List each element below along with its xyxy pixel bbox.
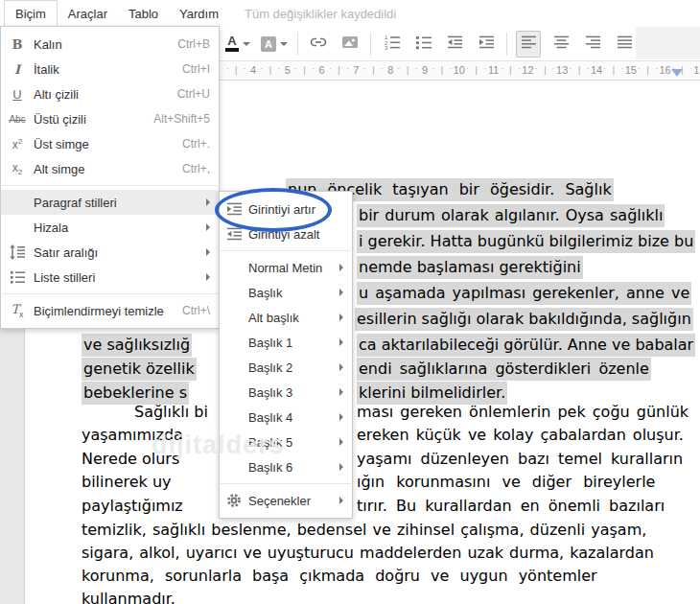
document-text-line[interactable]: esillerin sağlığı olarak bakıldığında, s… (355, 308, 693, 331)
document-text-line[interactable]: temizlik, sağlıklı beslenme, bedensel ve… (82, 521, 646, 539)
document-text-line[interactable]: endi sağlıklarına gösterdikleri özenle (357, 358, 651, 381)
document-text-line[interactable]: klerini bilmelidirler. (357, 382, 507, 405)
menu-item-underline[interactable]: UAltı çiziliCtrl+U (1, 81, 219, 106)
menu-item-list-styles[interactable]: Liste stilleri (1, 265, 219, 290)
submenu-arrow-icon (339, 264, 343, 271)
numbered-list-button[interactable]: 123 (380, 32, 403, 57)
submenu-item-heading-2-label: Başlık 2 (248, 360, 334, 375)
menubar-item-format[interactable]: Biçim (4, 0, 58, 27)
submenu-item-options[interactable]: Seçenekler (220, 488, 352, 513)
document-text-line[interactable]: yaşamı düzenleyen bazı temel kuralların (357, 450, 683, 468)
submenu-item-subtitle[interactable]: Alt başlık (220, 305, 352, 330)
ruler-number: 16 (659, 64, 670, 76)
text-color-button[interactable]: A (224, 32, 251, 57)
indent-marker-icon[interactable] (671, 69, 683, 77)
document-text-line[interactable]: u aşamada yapılması gerekenler, anne ve (357, 282, 691, 305)
menu-item-superscript-label: Üst simge (34, 137, 182, 151)
ruler-number: 9 (422, 64, 428, 76)
ruler-number: 17 (693, 64, 700, 76)
ruler-tick: · (260, 63, 263, 74)
document-text-line[interactable]: i gerekir. Hatta bugünkü bilgilerimiz bi… (357, 230, 695, 253)
insert-image-button[interactable] (338, 32, 362, 57)
indent-increase-icon (478, 35, 495, 54)
document-text-line[interactable]: korunma, sorunlarla başa çıkmada doğru v… (82, 567, 597, 585)
bulleted-list-button[interactable] (411, 32, 434, 57)
insert-image-icon (341, 35, 359, 54)
menu-item-bold-label: Kalın (34, 37, 177, 52)
align-left-icon (521, 35, 537, 54)
ruler-tick: · (381, 63, 384, 74)
gear-icon (220, 493, 248, 508)
ruler-tick: | (407, 65, 408, 75)
submenu-item-heading-3[interactable]: Başlık 3 (220, 380, 352, 405)
menu-item-italic[interactable]: IİtalikCtrl+I (1, 57, 219, 81)
submenu-item-heading-4[interactable]: Başlık 4 (220, 405, 352, 430)
subscript-icon: x2 (1, 161, 34, 176)
menu-item-paragraph-styles[interactable]: Paragraf stilleri (1, 190, 219, 215)
align-right-button[interactable] (581, 32, 604, 57)
bold-icon: B (1, 37, 34, 52)
paragraph-styles-submenu: Girintiyi artırGirintiyi azaltNormal Met… (219, 191, 353, 519)
menu-item-superscript[interactable]: x2Üst simgeCtrl+. (1, 131, 219, 156)
document-text-line[interactable]: genetik özellik (82, 358, 197, 381)
menu-item-align[interactable]: Hizala (1, 215, 219, 240)
align-justify-icon (617, 35, 633, 54)
ruler-number: 8 (387, 64, 393, 76)
document-text-line[interactable]: nemde başlaması gerektiğini (357, 256, 583, 279)
submenu-item-heading-2[interactable]: Başlık 2 (220, 355, 352, 380)
align-justify-button[interactable] (613, 32, 636, 57)
bulleted-list-icon (415, 35, 432, 54)
document-text-line[interactable]: ve sağlıksızlığ (82, 334, 192, 357)
submenu-arrow-icon (339, 363, 343, 371)
menu-item-underline-label: Altı çizili (34, 87, 177, 102)
document-text-line[interactable]: bir durum olarak algılanır. Oysa sağlıkl… (357, 204, 665, 227)
submenu-arrow-icon (339, 289, 343, 296)
submenu-arrow-icon (339, 338, 343, 346)
document-text-line[interactable]: bilinerek uy (82, 473, 172, 491)
insert-link-button[interactable] (307, 32, 330, 57)
superscript-icon: x2 (1, 137, 34, 151)
decrease-indent-button[interactable] (443, 32, 466, 57)
menu-item-italic-label: İtalik (34, 62, 182, 77)
menu-item-subscript[interactable]: x2Alt simgeCtrl+, (1, 156, 219, 181)
submenu-item-title[interactable]: Başlık (220, 280, 352, 305)
ruler-number: 12 (522, 64, 533, 76)
menubar-item-help[interactable]: Yardım (169, 0, 229, 27)
document-text-line[interactable]: ca aktarılabileceği görülür. Anne ve bab… (357, 334, 695, 357)
align-left-button[interactable] (516, 31, 541, 58)
increase-indent-button[interactable] (475, 32, 498, 57)
document-text-line[interactable]: ması gereken önlemlerin pek çoğu günlük (357, 403, 688, 421)
document-text-line[interactable]: tırır. Bu kurallardan en önemli bazıları (357, 497, 665, 515)
document-text-line[interactable]: ığın korunmasını ve diğer bireylerle (357, 473, 655, 491)
menu-item-clear-formatting[interactable]: TxBiçimlendirmeyi temizleCtrl+\ (1, 298, 219, 323)
ruler-tick: · (415, 63, 418, 74)
ruler-tick: · (277, 63, 280, 74)
align-center-icon (553, 35, 570, 54)
align-center-button[interactable] (549, 32, 572, 57)
ruler-tick: | (372, 65, 374, 75)
submenu-item-normal-text[interactable]: Normal Metin (220, 255, 352, 280)
document-text-line[interactable]: ereken küçük ve kolay çabalardan oluşur. (357, 426, 684, 444)
align-right-icon (585, 35, 601, 54)
google-docs-window: nun öncelik taşıyan bir öğesidir. Sağlık… (0, 0, 700, 604)
dropdown-caret-icon (280, 42, 288, 46)
insert-link-icon (309, 35, 328, 54)
document-text-line[interactable]: kullanmadır. (82, 590, 175, 604)
menu-item-bold[interactable]: BKalınCtrl+B (1, 32, 219, 57)
menu-item-line-spacing[interactable]: Satır aralığı (1, 240, 219, 265)
ruler-tick: | (647, 65, 649, 75)
document-text-line[interactable]: paylaştığımız (82, 497, 183, 515)
submenu-item-title-label: Başlık (248, 286, 334, 300)
menu-item-strikethrough[interactable]: AbcÜstü çiziliAlt+Shift+5 (1, 106, 219, 131)
highlight-color-button[interactable]: A (260, 32, 289, 57)
menubar-item-tools[interactable]: Araçlar (58, 0, 118, 27)
submenu-item-heading-3-label: Başlık 3 (248, 385, 334, 400)
ruler-tick: · (294, 63, 297, 74)
menu-separator (2, 185, 218, 186)
document-text-line[interactable]: bebeklerine s (82, 382, 189, 405)
ruler-tick: · (569, 63, 572, 74)
menubar-item-table[interactable]: Tablo (118, 0, 169, 27)
document-text-line[interactable]: Sağlıklı bi (134, 403, 208, 421)
submenu-item-heading-1[interactable]: Başlık 1 (220, 330, 352, 355)
document-text-line[interactable]: sigara, alkol, uyarıcı ve uyuşturucu mad… (82, 544, 654, 562)
